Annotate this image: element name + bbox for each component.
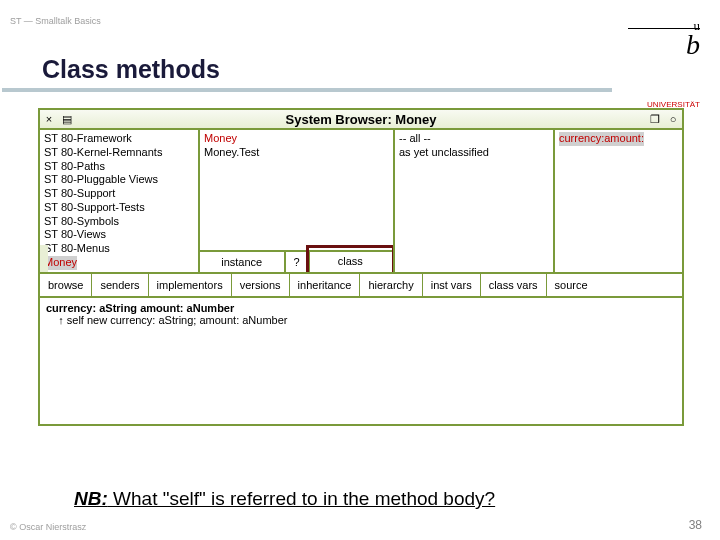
list-item-label: Money — [44, 256, 77, 270]
list-item[interactable]: -- all -- — [399, 132, 549, 146]
senders-button[interactable]: senders — [92, 274, 148, 296]
list-item[interactable]: Money.Test — [204, 146, 389, 160]
system-browser-window: × ▤ System Browser: Money ❐ ○ ST 80-Fram… — [38, 108, 684, 426]
implementors-button[interactable]: implementors — [149, 274, 232, 296]
list-item[interactable]: ST 80-Views — [44, 228, 194, 242]
browse-button[interactable]: browse — [40, 274, 92, 296]
class-pane: Money Money.Test instance ? class — [200, 130, 395, 272]
title-underline — [2, 88, 612, 92]
list-item[interactable]: SUnit-Kernel — [44, 270, 194, 273]
menu-icon[interactable]: ▤ — [58, 110, 76, 128]
collapse-icon[interactable]: ○ — [664, 110, 682, 128]
method-body: ↑ self new currency: aString; amount: aN… — [46, 314, 676, 326]
slide-title: Class methods — [42, 55, 220, 84]
logo-u: u — [694, 18, 701, 33]
list-item[interactable]: ST 80-Symbols — [44, 215, 194, 229]
list-item[interactable]: as yet unclassified — [399, 146, 549, 160]
copyright: © Oscar Nierstrasz — [10, 522, 86, 532]
list-item-selected[interactable]: currency:amount: — [559, 132, 678, 146]
scrollbar[interactable] — [40, 245, 48, 272]
instance-button[interactable]: instance — [200, 252, 286, 272]
maximize-icon[interactable]: ❐ — [646, 110, 664, 128]
class-side-switch: instance ? class — [200, 250, 393, 272]
list-item[interactable]: ST 80-Menus — [44, 242, 194, 256]
list-item[interactable]: ST 80-Pluggable Views — [44, 173, 194, 187]
method-signature: currency: aString amount: aNumber — [46, 302, 676, 314]
class-list[interactable]: Money Money.Test — [200, 130, 393, 162]
logo-b: b — [686, 29, 700, 61]
question-text: What "self" is referred to in the method… — [108, 488, 495, 509]
titlebar: × ▤ System Browser: Money ❐ ○ — [40, 110, 682, 130]
versions-button[interactable]: versions — [232, 274, 290, 296]
list-item-selected[interactable]: Money — [44, 256, 194, 270]
list-item[interactable]: ST 80-Paths — [44, 160, 194, 174]
header-tag: ST — Smalltalk Basics — [10, 16, 101, 26]
class-button-highlight: class — [306, 245, 396, 273]
footer-question: NB: What "self" is referred to in the me… — [74, 488, 495, 510]
source-button[interactable]: source — [547, 274, 596, 296]
class-vars-button[interactable]: class vars — [481, 274, 547, 296]
list-item[interactable]: ST 80-Support-Tests — [44, 201, 194, 215]
method-pane[interactable]: currency:amount: — [555, 130, 682, 272]
close-icon[interactable]: × — [40, 110, 58, 128]
list-item-label: currency:amount: — [559, 132, 644, 146]
hierarchy-button[interactable]: hierarchy — [360, 274, 422, 296]
list-item[interactable]: ST 80-Kernel-Remnants — [44, 146, 194, 160]
code-pane[interactable]: currency: aString amount: aNumber ↑ self… — [40, 298, 682, 424]
list-item[interactable]: ST 80-Framework — [44, 132, 194, 146]
browser-panes: ST 80-Framework ST 80-Kernel-Remnants ST… — [40, 130, 682, 274]
inheritance-button[interactable]: inheritance — [290, 274, 361, 296]
university-logo: u b — [628, 10, 700, 61]
class-button[interactable]: class — [310, 252, 394, 272]
window-title: System Browser: Money — [76, 112, 646, 127]
list-item[interactable]: ST 80-Support — [44, 187, 194, 201]
inst-vars-button[interactable]: inst vars — [423, 274, 481, 296]
toolbar: browse senders implementors versions inh… — [40, 274, 682, 298]
list-item-selected[interactable]: Money — [204, 132, 389, 146]
page-number: 38 — [689, 518, 702, 532]
nb-label: NB: — [74, 488, 108, 509]
protocol-pane[interactable]: -- all -- as yet unclassified — [395, 130, 555, 272]
package-pane[interactable]: ST 80-Framework ST 80-Kernel-Remnants ST… — [40, 130, 200, 272]
